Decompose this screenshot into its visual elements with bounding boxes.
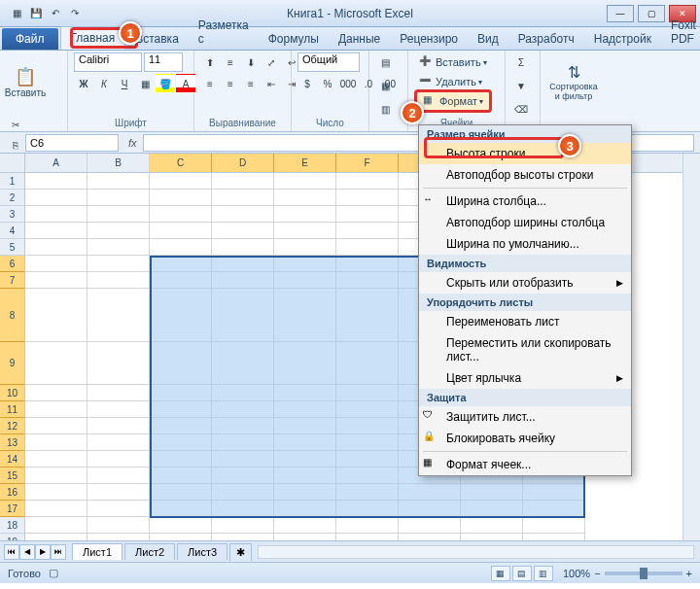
comma-icon[interactable]: 000 bbox=[338, 74, 358, 93]
tab-home[interactable]: Главная bbox=[60, 26, 126, 50]
delete-cells-button[interactable]: ➖Удалить▾ bbox=[414, 74, 487, 89]
cell[interactable] bbox=[25, 256, 88, 272]
cell[interactable] bbox=[88, 272, 150, 289]
cell[interactable] bbox=[336, 206, 399, 223]
menu-lock-cell[interactable]: 🔒Блокировать ячейку bbox=[419, 428, 631, 449]
cell[interactable] bbox=[25, 501, 88, 517]
cell[interactable] bbox=[336, 190, 399, 206]
cut-icon[interactable]: ✂ bbox=[6, 115, 25, 134]
cell[interactable] bbox=[25, 484, 88, 501]
row-header[interactable]: 10 bbox=[0, 385, 24, 401]
font-color-icon[interactable]: A bbox=[176, 74, 195, 93]
cell[interactable] bbox=[150, 223, 212, 239]
sheet-nav-first[interactable]: ⏮ bbox=[4, 544, 19, 560]
align-middle-icon[interactable]: ≡ bbox=[221, 52, 240, 72]
cell[interactable] bbox=[25, 342, 88, 385]
orientation-icon[interactable]: ⤢ bbox=[262, 52, 281, 72]
border-icon[interactable]: ▦ bbox=[135, 74, 155, 93]
page-layout-view-icon[interactable]: ▤ bbox=[512, 566, 532, 581]
cell[interactable] bbox=[274, 190, 336, 206]
cell[interactable] bbox=[399, 534, 461, 540]
cell[interactable] bbox=[274, 517, 336, 534]
align-center-icon[interactable]: ≡ bbox=[221, 74, 240, 93]
row-header[interactable]: 8 bbox=[0, 289, 24, 342]
cell[interactable] bbox=[88, 190, 150, 206]
menu-row-height[interactable]: ↕Высота строки... bbox=[419, 143, 631, 164]
undo-icon[interactable]: ↶ bbox=[47, 5, 64, 22]
macro-record-icon[interactable]: ▢ bbox=[49, 567, 58, 579]
cell[interactable] bbox=[150, 534, 212, 540]
align-left-icon[interactable]: ≡ bbox=[200, 74, 220, 93]
row-header[interactable]: 14 bbox=[0, 451, 24, 468]
cell[interactable] bbox=[88, 385, 150, 401]
tab-addins[interactable]: Надстройк bbox=[584, 28, 661, 50]
sheet-nav-next[interactable]: ▶ bbox=[35, 544, 51, 560]
zoom-slider[interactable] bbox=[605, 572, 682, 575]
row-header[interactable]: 1 bbox=[0, 173, 24, 190]
col-header[interactable]: C bbox=[150, 154, 212, 172]
row-header[interactable]: 17 bbox=[0, 501, 24, 517]
cell[interactable] bbox=[88, 418, 150, 434]
redo-icon[interactable]: ↷ bbox=[66, 5, 84, 22]
font-size-combo[interactable]: 11 bbox=[144, 52, 183, 72]
cell[interactable] bbox=[25, 239, 88, 256]
fx-icon[interactable]: fx bbox=[128, 137, 137, 149]
row-header[interactable]: 11 bbox=[0, 401, 24, 418]
format-cells-button[interactable]: ▦Формат▾ bbox=[414, 89, 492, 113]
row-header[interactable]: 16 bbox=[0, 484, 24, 501]
cell[interactable] bbox=[25, 534, 88, 540]
cell[interactable] bbox=[212, 517, 274, 534]
cell[interactable] bbox=[336, 173, 399, 190]
cell[interactable] bbox=[25, 289, 88, 342]
sheet-nav-last[interactable]: ⏭ bbox=[51, 544, 66, 560]
cell[interactable] bbox=[88, 256, 150, 272]
currency-icon[interactable]: $ bbox=[298, 74, 317, 93]
tab-page-layout[interactable]: Разметка с bbox=[189, 15, 259, 50]
cell[interactable] bbox=[88, 434, 150, 451]
cell[interactable] bbox=[274, 223, 336, 239]
new-sheet-button[interactable]: ✱ bbox=[229, 543, 252, 561]
cell[interactable] bbox=[25, 385, 88, 401]
horizontal-scrollbar[interactable] bbox=[258, 545, 694, 559]
col-header[interactable]: B bbox=[88, 154, 150, 172]
cell[interactable] bbox=[274, 206, 336, 223]
row-header[interactable]: 19 bbox=[0, 534, 24, 540]
sheet-tab-1[interactable]: Лист1 bbox=[72, 543, 122, 560]
font-name-combo[interactable]: Calibri bbox=[74, 52, 142, 72]
page-break-view-icon[interactable]: ▥ bbox=[534, 566, 553, 581]
col-header[interactable]: F bbox=[336, 154, 399, 172]
menu-hide-unhide[interactable]: Скрыть или отобразить▶ bbox=[419, 272, 631, 294]
excel-icon[interactable]: ▦ bbox=[8, 5, 25, 22]
row-header[interactable]: 12 bbox=[0, 418, 24, 434]
clear-icon[interactable]: ⌫ bbox=[511, 99, 531, 119]
cell[interactable] bbox=[212, 190, 274, 206]
zoom-label[interactable]: 100% bbox=[563, 568, 590, 579]
cell[interactable] bbox=[336, 239, 399, 256]
menu-column-width[interactable]: ↔Ширина столбца... bbox=[419, 191, 631, 212]
cell[interactable] bbox=[274, 534, 336, 540]
cell[interactable] bbox=[523, 534, 585, 540]
menu-tab-color[interactable]: Цвет ярлычка▶ bbox=[419, 367, 631, 389]
col-header[interactable]: E bbox=[274, 154, 336, 172]
col-header[interactable]: A bbox=[25, 154, 88, 172]
align-top-icon[interactable]: ⬆ bbox=[200, 52, 220, 72]
cell[interactable] bbox=[88, 206, 150, 223]
align-right-icon[interactable]: ≡ bbox=[241, 74, 261, 93]
cell[interactable] bbox=[336, 223, 399, 239]
menu-rename-sheet[interactable]: Переименовать лист bbox=[419, 311, 631, 332]
cell[interactable] bbox=[88, 401, 150, 418]
cell[interactable] bbox=[212, 239, 274, 256]
italic-button[interactable]: К bbox=[94, 74, 114, 93]
save-icon[interactable]: 💾 bbox=[27, 5, 45, 22]
cell[interactable] bbox=[461, 517, 523, 534]
cell[interactable] bbox=[150, 190, 212, 206]
cell[interactable] bbox=[25, 173, 88, 190]
cell[interactable] bbox=[274, 173, 336, 190]
cell[interactable] bbox=[25, 468, 88, 484]
sheet-tab-2[interactable]: Лист2 bbox=[124, 543, 175, 560]
fill-color-icon[interactable]: 🪣 bbox=[156, 74, 175, 93]
name-box[interactable] bbox=[25, 134, 119, 152]
cell[interactable] bbox=[88, 342, 150, 385]
vertical-scrollbar[interactable] bbox=[682, 154, 700, 540]
cell[interactable] bbox=[25, 206, 88, 223]
